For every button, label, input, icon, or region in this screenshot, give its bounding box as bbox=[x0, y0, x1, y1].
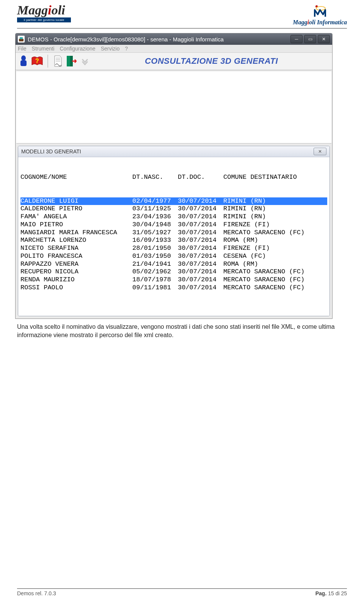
page-footer: Demos rel. 7.0.3 Pag. 15 di 25 bbox=[17, 588, 347, 596]
cell-name: MAIO PIETRO bbox=[20, 221, 132, 229]
cell-comune: ROMA (RM) bbox=[223, 237, 327, 244]
window-title: DEMOS - Oracle[demw2k3svil][demos083080]… bbox=[28, 36, 290, 43]
col-nasc: DT.NASC. bbox=[132, 173, 178, 181]
table-row[interactable]: FAMA' ANGELA23/04/193630/07/2014RIMINI (… bbox=[20, 213, 327, 221]
cell-name: POLITO FRANCESCA bbox=[20, 252, 132, 260]
cell-nasc: 03/11/1925 bbox=[132, 205, 178, 213]
chevron-down-icon[interactable] bbox=[78, 55, 91, 68]
logo-right: Maggioli Informatica bbox=[293, 4, 347, 26]
minimize-button[interactable]: ─ bbox=[290, 35, 303, 43]
cell-name: CALDERONE PIETRO bbox=[20, 205, 132, 213]
svg-rect-2 bbox=[19, 39, 24, 41]
table-row[interactable]: RAPPAZZO VENERA21/04/194130/07/2014ROMA … bbox=[20, 260, 327, 268]
table-row[interactable]: POLITO FRANCESCA01/03/195030/07/2014CESE… bbox=[20, 252, 327, 260]
description-paragraph: Una volta scelto il nominativo da visual… bbox=[17, 323, 347, 339]
cell-nasc: 28/01/1950 bbox=[132, 244, 178, 252]
cell-doc: 30/07/2014 bbox=[178, 197, 223, 205]
window-titlebar[interactable]: DEMOS - Oracle[demw2k3svil][demos083080]… bbox=[16, 33, 332, 45]
header-divider bbox=[17, 28, 347, 28]
brand-pre: Magg bbox=[17, 3, 48, 17]
cell-comune: ROMA (RM) bbox=[223, 260, 327, 268]
cell-nasc: 16/09/1933 bbox=[132, 237, 178, 244]
cell-doc: 30/07/2014 bbox=[178, 276, 223, 284]
cell-doc: 30/07/2014 bbox=[178, 205, 223, 213]
cell-comune: MERCATO SARACENO (FC) bbox=[223, 276, 327, 284]
cell-name: NICETO SERAFINA bbox=[20, 244, 132, 252]
dialog-titlebar[interactable]: MODELLI 3D GENERATI ✕ bbox=[18, 146, 329, 157]
cell-doc: 30/07/2014 bbox=[178, 221, 223, 229]
cell-name: RECUPERO NICOLA bbox=[20, 268, 132, 276]
svg-text:?: ? bbox=[35, 58, 39, 64]
cell-doc: 30/07/2014 bbox=[178, 268, 223, 276]
workspace-area bbox=[16, 71, 331, 144]
menu-strumenti[interactable]: Strumenti bbox=[32, 46, 55, 52]
cell-name: RENDA MAURIZIO bbox=[20, 276, 132, 284]
footer-prefix: Pag. bbox=[315, 590, 328, 596]
footer-page: 15 di 25 bbox=[328, 590, 347, 596]
brand2-pre: Magg bbox=[293, 19, 307, 25]
modelli-dialog: MODELLI 3D GENERATI ✕ COGNOME/NOMEDT.NAS… bbox=[18, 146, 330, 316]
cell-doc: 30/07/2014 bbox=[178, 252, 223, 260]
menu-help[interactable]: ? bbox=[125, 46, 128, 52]
table-header-row: COGNOME/NOMEDT.NASC.DT.DOC.COMUNE DESTIN… bbox=[20, 173, 327, 181]
cell-doc: 30/07/2014 bbox=[178, 284, 223, 292]
brand-post: oli bbox=[52, 3, 65, 17]
cell-comune: RIMINI (RN) bbox=[223, 213, 327, 221]
cell-doc: 30/07/2014 bbox=[178, 213, 223, 221]
maggioli-m-icon bbox=[312, 4, 328, 19]
maximize-button[interactable]: ▭ bbox=[304, 35, 316, 43]
cell-comune: CESENA (FC) bbox=[223, 252, 327, 260]
table-row[interactable]: RECUPERO NICOLA05/02/196230/07/2014MERCA… bbox=[20, 268, 327, 276]
footer-left: Demos rel. 7.0.3 bbox=[17, 590, 56, 596]
close-button[interactable]: ✕ bbox=[318, 35, 330, 43]
menu-configurazione[interactable]: Configurazione bbox=[60, 46, 95, 52]
cell-name: FAMA' ANGELA bbox=[20, 213, 132, 221]
cell-nasc: 01/03/1950 bbox=[132, 252, 178, 260]
document-icon[interactable] bbox=[51, 55, 64, 68]
brand-red: i bbox=[48, 3, 51, 17]
tagline: il partner del governo locale bbox=[17, 17, 71, 22]
brand-right: Maggioli Informatica bbox=[293, 19, 347, 26]
help-book-icon[interactable]: ? bbox=[31, 55, 44, 68]
application-window: DEMOS - Oracle[demw2k3svil][demos083080]… bbox=[15, 33, 333, 319]
table-row[interactable]: CALDERONE PIETRO03/11/192530/07/2014RIMI… bbox=[20, 205, 327, 213]
cell-name: RAPPAZZO VENERA bbox=[20, 260, 132, 268]
table-row[interactable]: MANGIARDI MARIA FRANCESCA31/05/192730/07… bbox=[20, 229, 327, 237]
dialog-title: MODELLI 3D GENERATI bbox=[21, 148, 314, 155]
table-row[interactable]: MAIO PIETRO30/04/194830/07/2014FIRENZE (… bbox=[20, 221, 327, 229]
cell-doc: 30/07/2014 bbox=[178, 260, 223, 268]
cell-comune: MERCATO SARACENO (FC) bbox=[223, 268, 327, 276]
cell-nasc: 31/05/1927 bbox=[132, 229, 178, 237]
app-icon bbox=[18, 36, 25, 43]
cell-nasc: 02/04/1977 bbox=[132, 197, 178, 205]
cell-name: MANGIARDI MARIA FRANCESCA bbox=[20, 229, 132, 237]
menu-file[interactable]: File bbox=[18, 46, 27, 52]
cell-nasc: 09/11/1981 bbox=[132, 284, 178, 292]
cell-comune: MERCATO SARACENO (FC) bbox=[223, 229, 327, 237]
cell-comune: FIRENZE (FI) bbox=[223, 221, 327, 229]
cell-doc: 30/07/2014 bbox=[178, 244, 223, 252]
cell-comune: FIRENZE (FI) bbox=[223, 244, 327, 252]
menu-servizio[interactable]: Servizio bbox=[101, 46, 120, 52]
table-row[interactable]: CALDERONE LUIGI02/04/197730/07/2014RIMIN… bbox=[20, 197, 327, 205]
data-table[interactable]: COGNOME/NOMEDT.NASC.DT.DOC.COMUNE DESTIN… bbox=[18, 157, 329, 316]
toolbar: ? CONSULTAZIONE 3D GENERATI bbox=[16, 52, 332, 70]
table-row[interactable]: RENDA MAURIZIO18/07/197830/07/2014MERCAT… bbox=[20, 276, 327, 284]
menu-bar: File Strumenti Configurazione Servizio ? bbox=[16, 45, 332, 52]
cell-comune: MERCATO SARACENO (FC) bbox=[223, 284, 327, 292]
table-row[interactable]: MARCHETTA LORENZO16/09/193330/07/2014ROM… bbox=[20, 237, 327, 244]
table-row[interactable]: ROSSI PAOLO09/11/198130/07/2014MERCATO S… bbox=[20, 284, 327, 292]
svg-rect-5 bbox=[20, 60, 27, 66]
table-row[interactable]: NICETO SERAFINA28/01/195030/07/2014FIREN… bbox=[20, 244, 327, 252]
person-icon[interactable] bbox=[17, 55, 30, 68]
cell-comune: RIMINI (RN) bbox=[223, 197, 327, 205]
document-header: Maggioli il partner del governo locale M… bbox=[17, 4, 347, 26]
brand2-post: oli Informatica bbox=[309, 19, 347, 25]
exit-door-icon[interactable] bbox=[65, 55, 78, 68]
cell-name: MARCHETTA LORENZO bbox=[20, 237, 132, 244]
dialog-close-button[interactable]: ✕ bbox=[314, 148, 326, 155]
cell-nasc: 18/07/1978 bbox=[132, 276, 178, 284]
dialog-body: COGNOME/NOMEDT.NASC.DT.DOC.COMUNE DESTIN… bbox=[18, 157, 329, 316]
cell-comune: RIMINI (RN) bbox=[223, 205, 327, 213]
col-doc: DT.DOC. bbox=[178, 173, 223, 181]
